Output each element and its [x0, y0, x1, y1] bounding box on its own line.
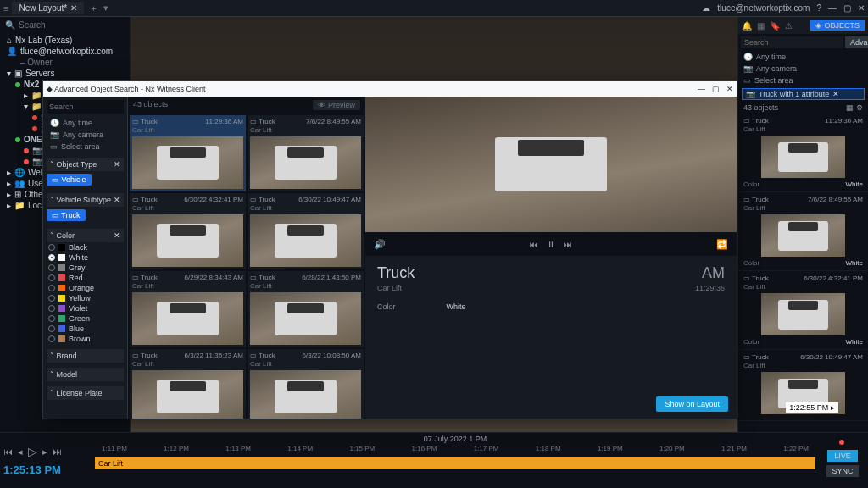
- warning-icon[interactable]: ⚠: [785, 21, 793, 30]
- sync-button[interactable]: SYNC: [826, 465, 858, 477]
- loop-icon[interactable]: 🔁: [716, 239, 728, 250]
- timeline-tick: 1:13 PM: [225, 445, 251, 452]
- grid-icon[interactable]: ▦: [846, 103, 854, 112]
- model-header[interactable]: ˅ Model: [47, 368, 124, 381]
- detail-time: 11:29:36: [695, 284, 725, 292]
- result-card[interactable]: ▭ Truck6/3/22 10:08:50 AMCar Lift: [248, 349, 364, 419]
- video-player[interactable]: [365, 97, 737, 232]
- user-node[interactable]: 👤tluce@networkoptix.com: [0, 46, 130, 57]
- jump-end-icon[interactable]: ⏭: [53, 446, 62, 457]
- color-option-brown[interactable]: Brown: [47, 334, 124, 344]
- show-on-layout-button[interactable]: Show on Layout: [656, 396, 728, 412]
- vehicle-chip[interactable]: ▭ Vehicle: [47, 174, 92, 186]
- license-header[interactable]: ˅ License Plate: [47, 386, 124, 400]
- result-card[interactable]: ▭ Truck7/6/22 8:49:55 AMCar Lift: [248, 115, 364, 191]
- brand-header[interactable]: ˅ Brand: [47, 349, 124, 363]
- volume-icon[interactable]: 🔊: [374, 239, 386, 250]
- right-result-card[interactable]: ▭ Truck6/30/22 4:32:41 PMCar LiftColorWh…: [738, 271, 868, 350]
- filter-search[interactable]: Search: [47, 100, 124, 114]
- advanced-button[interactable]: Advanced...: [845, 36, 868, 48]
- color-option-red[interactable]: Red: [47, 273, 124, 283]
- vehicle-icon: ▭: [52, 175, 59, 184]
- camera-icon: ▭: [132, 196, 139, 203]
- next-icon[interactable]: ⏭: [564, 240, 572, 249]
- tab-dropdown-icon[interactable]: ▾: [103, 3, 108, 14]
- result-card[interactable]: ▭ Truck6/28/22 1:43:50 PMCar Lift: [248, 271, 364, 347]
- color-header[interactable]: ˅ Color✕: [47, 229, 124, 242]
- minimize-icon[interactable]: —: [828, 3, 837, 13]
- result-card[interactable]: ▭ Truck6/30/22 4:32:41 PMCar Lift: [130, 193, 246, 269]
- jump-start-icon[interactable]: ⏮: [3, 446, 13, 457]
- close-icon[interactable]: ✕: [114, 160, 120, 169]
- color-option-green[interactable]: Green: [47, 313, 124, 324]
- tree-search[interactable]: 🔍 Search: [0, 17, 130, 33]
- object-type-header[interactable]: ˅ Object Type✕: [47, 158, 124, 171]
- maximize-icon[interactable]: ▢: [712, 85, 720, 93]
- clock-icon: 🕓: [50, 119, 59, 127]
- servers-node[interactable]: ▾▣Servers: [0, 68, 130, 79]
- layout-tab[interactable]: New Layout* ✕: [12, 2, 84, 14]
- app-menu-icon[interactable]: ≡: [3, 3, 8, 14]
- filter-any-camera[interactable]: 📷Any camera: [47, 129, 124, 141]
- objects-tab[interactable]: ◈OBJECTS: [810, 20, 865, 30]
- result-card[interactable]: ▭ Truck11:29:36 AMCar Lift: [130, 115, 246, 191]
- timeline-camera-bar[interactable]: Car Lift: [95, 458, 815, 469]
- live-button[interactable]: LIVE: [827, 450, 858, 462]
- account-label[interactable]: tluce@networkoptix.com: [717, 3, 810, 13]
- color-option-white[interactable]: White: [47, 252, 124, 263]
- lab-node[interactable]: ⌂Nx Lab (Texas): [0, 35, 130, 46]
- close-icon[interactable]: ✕: [114, 231, 120, 240]
- right-search-input[interactable]: [741, 36, 843, 48]
- result-thumbnail: [250, 214, 361, 267]
- filter-select-area[interactable]: ▭Select area: [47, 141, 124, 152]
- close-icon[interactable]: ✕: [114, 196, 120, 204]
- bell-icon[interactable]: 🔔: [742, 21, 752, 30]
- pause-icon[interactable]: ⏸: [547, 240, 555, 249]
- help-icon[interactable]: ?: [816, 3, 821, 13]
- add-tab-icon[interactable]: +: [87, 3, 99, 14]
- color-option-gray[interactable]: Gray: [47, 263, 124, 273]
- close-icon[interactable]: ✕: [726, 85, 733, 93]
- users-icon: 👥: [14, 179, 25, 188]
- chevron-right-icon: ▸: [7, 179, 11, 188]
- settings-icon[interactable]: ⚙: [856, 103, 863, 112]
- filter-any-time[interactable]: 🕓Any time: [47, 117, 124, 129]
- minimize-icon[interactable]: —: [698, 85, 705, 93]
- result-card[interactable]: ▭ Truck6/29/22 8:34:43 AMCar Lift: [130, 271, 246, 347]
- result-thumbnail: [761, 214, 845, 257]
- color-option-orange[interactable]: Orange: [47, 283, 124, 293]
- right-results-list: ▭ Truck11:29:36 AMCar LiftColorWhite▭ Tr…: [738, 114, 868, 432]
- bookmark-icon[interactable]: 🔖: [770, 21, 780, 30]
- timeline-track[interactable]: 07 July 2022 1 PM 1:11 PM1:12 PM1:13 PM1…: [93, 433, 817, 488]
- vehicle-subtype-header[interactable]: ˅ Vehicle Subtype✕: [47, 193, 124, 207]
- result-thumbnail: 1:22:55 PM ▸: [761, 372, 845, 414]
- step-fwd-icon[interactable]: ▸: [42, 446, 47, 458]
- close-window-icon[interactable]: ✕: [858, 3, 865, 13]
- preview-toggle[interactable]: 👁 Preview: [313, 100, 360, 110]
- maximize-icon[interactable]: ▢: [843, 3, 851, 13]
- color-option-yellow[interactable]: Yellow: [47, 293, 124, 303]
- close-tab-icon[interactable]: ✕: [70, 3, 77, 13]
- close-icon[interactable]: ✕: [832, 90, 839, 98]
- right-result-card[interactable]: ▭ Truck6/30/22 10:49:47 AMCar Lift1:22:5…: [738, 350, 868, 421]
- filter-select-area[interactable]: ▭Select area: [738, 75, 868, 86]
- play-icon[interactable]: ▷: [28, 445, 37, 458]
- prev-icon[interactable]: ⏮: [530, 240, 538, 249]
- color-option-violet[interactable]: Violet: [47, 303, 124, 313]
- filter-any-camera[interactable]: 📷Any camera: [738, 63, 868, 75]
- right-result-card[interactable]: ▭ Truck11:29:36 AMCar LiftColorWhite: [738, 114, 868, 192]
- result-card[interactable]: ▭ Truck6/3/22 11:35:23 AMCar Lift: [130, 349, 246, 419]
- color-swatch: [58, 305, 65, 312]
- color-option-black[interactable]: Black: [47, 242, 124, 252]
- dialog-titlebar[interactable]: ◆ Advanced Object Search - Nx Witness Cl…: [43, 81, 737, 97]
- color-option-blue[interactable]: Blue: [47, 324, 124, 334]
- filter-any-time[interactable]: 🕓Any time: [738, 51, 868, 63]
- motion-icon[interactable]: ▦: [757, 21, 765, 30]
- right-result-card[interactable]: ▭ Truck7/6/22 8:49:55 AMCar LiftColorWhi…: [738, 192, 868, 271]
- filter-chip[interactable]: 📷Truck with 1 attribute✕: [742, 88, 865, 100]
- color-name: Yellow: [69, 294, 91, 302]
- truck-chip[interactable]: ▭ Truck: [47, 209, 86, 221]
- camera-icon: ▭: [132, 118, 139, 125]
- result-card[interactable]: ▭ Truck6/30/22 10:49:47 AMCar Lift: [248, 193, 364, 269]
- step-back-icon[interactable]: ◂: [18, 446, 23, 458]
